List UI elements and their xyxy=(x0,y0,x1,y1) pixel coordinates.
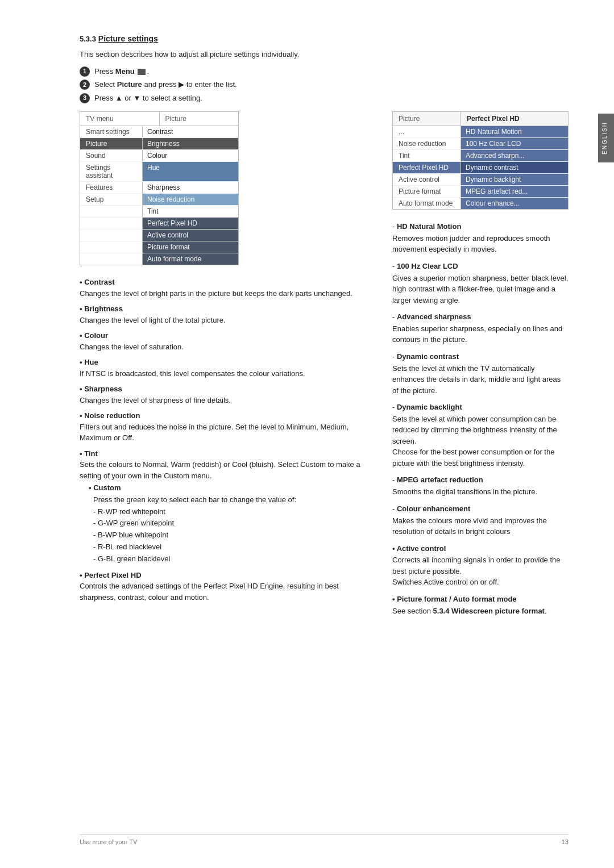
right-dash-label: • Active control xyxy=(392,543,569,555)
bullet-text: Changes the level of light of the total … xyxy=(80,316,226,324)
picture-menu-right-cell: Colour enhance... xyxy=(461,198,568,209)
right-dash-text: See section 5.3.4 Widescreen picture for… xyxy=(392,606,569,617)
tv-menu-left-cell: Settings assistant xyxy=(80,162,143,181)
tv-menu-left-cell xyxy=(80,241,143,253)
step-2-text: Select Picture and press ▶ to enter the … xyxy=(94,79,569,90)
bullet-label: • Contrast xyxy=(80,278,115,286)
section-header: 5.3.3 Picture settings xyxy=(80,34,569,43)
picture-menu-left-cell: Noise reduction xyxy=(393,138,461,149)
bullet-text: Filters out and reduces the noise in the… xyxy=(80,423,349,443)
bullet-label: • Perfect Pixel HD xyxy=(80,571,142,579)
tv-menu-left-cell xyxy=(80,229,143,241)
sub-bullet-item: - G-BL green blacklevel xyxy=(93,553,370,565)
picture-menu-right-cell: Advanced sharpn... xyxy=(461,150,568,161)
right-desc-picture-format: • Picture format / Auto format mode See … xyxy=(392,594,569,616)
step-1: 1 Press Menu . xyxy=(80,66,569,77)
footer-right-text: 13 xyxy=(562,838,569,845)
tv-menu-left-cell: Smart settings xyxy=(80,126,143,137)
picture-menu-col1-header: Picture xyxy=(393,112,461,126)
tv-menu-right-cell-dark: Picture format xyxy=(143,241,238,253)
right-dash-text: Corrects all incoming signals in order t… xyxy=(392,554,569,577)
picture-menu-left-cell: Picture format xyxy=(393,186,461,197)
step-2: 2 Select Picture and press ▶ to enter th… xyxy=(80,79,569,90)
section-description: This section describes how to adjust all… xyxy=(80,49,569,60)
tv-menu-right-cell-lightblue: Noise reduction xyxy=(143,194,238,205)
right-desc-advanced-sharpness: - Advanced sharpness Enables superior sh… xyxy=(392,311,569,345)
picture-menu-right-cell: MPEG artefact red... xyxy=(461,186,568,197)
picture-menu-left-cell: Active control xyxy=(393,174,461,185)
page-footer: Use more of your TV 13 xyxy=(80,834,569,845)
table-row: Features Sharpness xyxy=(80,182,238,194)
tv-menu-col2-header: Picture xyxy=(160,112,239,126)
bullet-label: • Sharpness xyxy=(80,385,122,393)
bullet-label: • Hue xyxy=(80,358,98,366)
right-desc-100hz: - 100 Hz Clear LCD Gives a superior moti… xyxy=(392,261,569,306)
right-dash-label: - Colour enhancement xyxy=(392,503,569,515)
bullet-item-perfect-pixel-hd: • Perfect Pixel HD Controls the advanced… xyxy=(80,570,370,603)
bullet-item-noise-reduction: • Noise reduction Filters out and reduce… xyxy=(80,410,370,444)
sub-bullet-item: - B-WP blue whitepoint xyxy=(93,529,370,541)
sub-bullet-item: - R-WP red whitepoint xyxy=(93,506,370,518)
step-3-num: 3 xyxy=(80,93,90,103)
sub-bullet-item: - G-WP green whitepoint xyxy=(93,518,370,529)
table-row: Tint xyxy=(80,206,238,218)
right-dash-label: - Dynamic contrast xyxy=(392,351,569,363)
right-desc-mpeg: - MPEG artefact reduction Smooths the di… xyxy=(392,474,569,497)
right-dash-text: Removes motion judder and reproduces smo… xyxy=(392,233,569,255)
bullet-label: • Colour xyxy=(80,331,108,340)
right-dash-text: Makes the colours more vivid and improve… xyxy=(392,515,569,537)
table-row: Perfect Pixel HD Dynamic contrast xyxy=(393,162,568,174)
right-descriptions: - HD Natural Motion Removes motion judde… xyxy=(392,221,569,616)
tv-menu-left-cell-highlighted: Picture xyxy=(80,138,143,149)
bullet-item-brightness: • Brightness Changes the level of light … xyxy=(80,303,370,326)
right-dash-label: - HD Natural Motion xyxy=(392,221,569,233)
right-dash-text: Sets the level at which the TV automatic… xyxy=(392,363,569,397)
table-row: Active control xyxy=(80,229,238,241)
section-title: Picture settings xyxy=(98,34,158,43)
sub-bullet-item: - R-BL red blacklevel xyxy=(93,541,370,553)
main-layout: TV menu Picture Smart settings Contrast … xyxy=(80,111,569,622)
table-row: Picture Brightness xyxy=(80,138,238,150)
picture-menu-col2-header: Perfect Pixel HD xyxy=(461,112,568,126)
bullet-item-hue: • Hue If NTSC is broadcasted, this level… xyxy=(80,357,370,379)
bullet-text: Sets the colours to Normal, Warm (reddis… xyxy=(80,460,360,480)
bullet-item-contrast: • Contrast Changes the level of bright p… xyxy=(80,277,370,299)
tv-menu-left-cell: Features xyxy=(80,182,143,193)
right-dash-text-2: Choose for the best power consumption or… xyxy=(392,446,569,469)
picture-menu-right-cell-selected: Dynamic contrast xyxy=(461,162,568,173)
right-dash-text: Sets the level at which power consumptio… xyxy=(392,414,569,447)
right-dash-label: - MPEG artefact reduction xyxy=(392,474,569,486)
right-desc-colour-enhancement: - Colour enhancement Makes the colours m… xyxy=(392,503,569,537)
table-row: Perfect Pixel HD xyxy=(80,218,238,229)
tv-menu-left-cell xyxy=(80,206,143,217)
bullet-text: Controls the advanced settings of the Pe… xyxy=(80,582,339,602)
right-dash-label: - Dynamic backlight xyxy=(392,402,569,414)
bullet-text: Changes the level of saturation. xyxy=(80,343,184,351)
right-dash-text: Gives a superior motion sharpness, bette… xyxy=(392,273,569,306)
right-desc-dynamic-contrast: - Dynamic contrast Sets the level at whi… xyxy=(392,351,569,396)
tv-menu-right-cell-blue: Hue xyxy=(143,162,238,181)
step-3: 3 Press ▲ or ▼ to select a setting. xyxy=(80,93,569,104)
table-row: Picture format MPEG artefact red... xyxy=(393,186,568,198)
right-column: Picture Perfect Pixel HD ... HD Natural … xyxy=(392,111,569,622)
table-row: Auto format mode xyxy=(80,253,238,265)
menu-icon xyxy=(138,69,146,75)
bullet-text: Changes the level of sharpness of fine d… xyxy=(80,396,231,404)
tv-menu-right-cell-dark: Perfect Pixel HD xyxy=(143,218,238,229)
right-desc-hd-natural-motion: - HD Natural Motion Removes motion judde… xyxy=(392,221,569,255)
table-row: Noise reduction 100 Hz Clear LCD xyxy=(393,138,568,150)
tv-menu-table: TV menu Picture Smart settings Contrast … xyxy=(80,111,239,265)
right-desc-active-control: • Active control Corrects all incoming s… xyxy=(392,543,569,588)
tv-menu-header: TV menu Picture xyxy=(80,112,238,126)
bullet-list: • Contrast Changes the level of bright p… xyxy=(80,277,370,603)
right-dash-text: Enables superior sharpness, especially o… xyxy=(392,323,569,345)
right-dash-label: - 100 Hz Clear LCD xyxy=(392,261,569,273)
tv-menu-col1-header: TV menu xyxy=(80,112,160,126)
tv-menu-right-cell: Contrast xyxy=(143,126,238,137)
right-dash-label: - Advanced sharpness xyxy=(392,311,569,323)
tv-menu-right-cell: Colour xyxy=(143,150,238,161)
tv-menu-left-cell: Setup xyxy=(80,194,143,205)
step-3-text: Press ▲ or ▼ to select a setting. xyxy=(94,93,569,104)
right-dash-label: • Picture format / Auto format mode xyxy=(392,594,569,606)
right-dash-text-2: Switches Active control on or off. xyxy=(392,577,569,588)
